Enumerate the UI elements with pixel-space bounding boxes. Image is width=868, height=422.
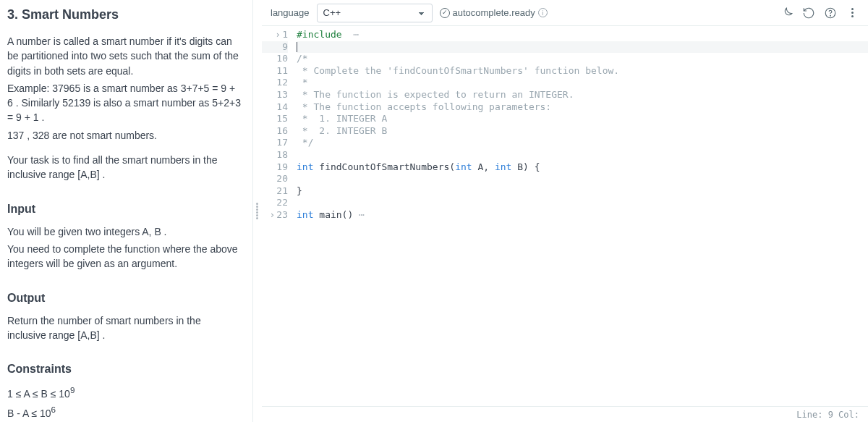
constraints-heading: Constraints xyxy=(7,363,242,376)
cursor-position: Line: 9 Col: xyxy=(796,410,859,420)
language-select[interactable]: C++ xyxy=(317,4,433,22)
editor-toolbar: language C++ ✓ autocomplete.ready i xyxy=(262,0,868,26)
reset-icon[interactable] xyxy=(801,6,816,20)
output-heading: Output xyxy=(7,292,242,305)
check-circle-icon: ✓ xyxy=(440,8,450,18)
output-text: Return the number of smart numbers in th… xyxy=(7,313,242,343)
language-label: language xyxy=(271,7,310,18)
code-area[interactable]: #include ⋯/* * Complete the 'findCountOf… xyxy=(292,26,868,406)
line-gutter: ›1910111213141516171819202122›23 xyxy=(262,26,292,406)
input-heading: Input xyxy=(7,203,242,216)
problem-panel: 3. Smart Numbers A number is called a sm… xyxy=(0,0,253,422)
input-text: You need to complete the function where … xyxy=(7,242,242,271)
theme-toggle-icon[interactable] xyxy=(780,6,794,20)
input-text: You will be given two integers A, B . xyxy=(7,224,242,239)
more-menu-icon[interactable] xyxy=(845,6,859,20)
problem-task: Your task is to find all the smart numbe… xyxy=(7,153,242,182)
constraint-row: 1 ≤ A ≤ B ≤ 109 xyxy=(7,384,242,401)
problem-example: Example: 37965 is a smart number as 3+7+… xyxy=(7,81,242,125)
problem-counterexample: 137 , 328 are not smart numbers. xyxy=(7,128,242,143)
problem-title: 3. Smart Numbers xyxy=(7,7,242,22)
svg-point-1 xyxy=(830,15,831,16)
constraint-row: B - A ≤ 106 xyxy=(7,404,242,421)
editor-panel: language C++ ✓ autocomplete.ready i ›191… xyxy=(262,0,868,422)
help-icon[interactable] xyxy=(823,6,838,20)
code-editor[interactable]: ›1910111213141516171819202122›23 #includ… xyxy=(262,26,868,406)
info-icon: i xyxy=(538,8,548,17)
problem-desc: A number is called a smart number if it'… xyxy=(7,34,242,78)
autocomplete-status[interactable]: ✓ autocomplete.ready i xyxy=(440,7,548,18)
autocomplete-label: autocomplete.ready xyxy=(453,7,535,18)
editor-status-bar: Line: 9 Col: xyxy=(262,406,868,422)
panel-resize-handle[interactable] xyxy=(253,0,262,422)
drag-dots-icon xyxy=(256,203,259,220)
